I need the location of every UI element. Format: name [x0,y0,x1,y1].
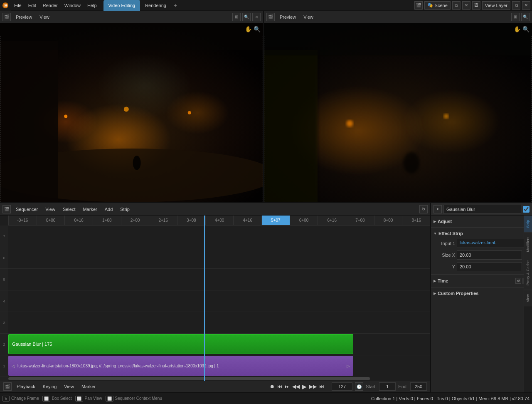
playback-skip-end-btn[interactable]: ⏭ [319,384,324,389]
status-change-frame: 🖱 Change Frame [2,396,39,402]
menu-help[interactable]: Help [84,0,100,11]
preview-left-size-icon[interactable]: ⊞ [232,13,241,21]
custom-props-section-header[interactable]: ▶ Custom Properties [431,289,530,297]
preview-left-expand-icon[interactable]: ◁ [252,13,261,21]
svg-point-12 [124,107,129,112]
time-lock-icon[interactable]: ↺ [515,278,521,284]
playback-dot-btn[interactable]: ⏺ [270,384,275,389]
seq-refresh-icon[interactable]: ↻ [419,205,428,213]
view-layer-selector[interactable]: View Layer [482,1,510,10]
preview-left-view-label[interactable]: View [37,12,52,22]
input1-value[interactable]: lukas-walzer-final... [457,239,527,248]
menu-window[interactable]: Window [61,0,84,11]
view-layer-copy-icon[interactable]: ⧉ [512,1,520,10]
pan-view-key[interactable]: ⬜ [75,396,83,402]
sequencer-header: 🎬 Sequencer View Select Marker Add Strip… [0,203,430,216]
sequencer-type-label[interactable]: Sequencer [13,204,40,215]
strip-visibility-checkbox[interactable] [523,206,530,213]
playback-view-label[interactable]: View [62,381,76,392]
change-frame-key[interactable]: 🖱 [2,396,10,402]
playback-jump-back-btn[interactable]: ⏭ [285,384,290,389]
preview-right-hand-icon[interactable]: ✋ [514,26,521,32]
scene-close-icon[interactable]: ✕ [462,1,470,10]
divider-2 [431,274,530,275]
playback-step-back-btn[interactable]: ◀◀ [292,384,300,389]
main-area: 🎬 Preview View ⊞ 🔍 ◁ [0,11,532,392]
preview-left-type-label[interactable]: Preview [13,12,34,22]
preview-right-zoom-icon[interactable]: 🔍 [521,13,530,21]
preview-left-type-icon[interactable]: 🎬 [2,13,11,21]
scene-copy-icon[interactable]: ⧉ [452,1,461,10]
playback-type-icon[interactable]: 🎬 [3,382,12,391]
gaussian-blur-strip-label: Gaussian Blur | 175 [12,342,52,347]
clock-icon[interactable]: 🕐 [355,382,363,391]
scroll-thumb[interactable] [8,377,370,380]
playback-bar: 🎬 Playback Keying View Marker ⏺ ⏮ ⏭ ◀◀ ▶… [0,381,430,392]
adjust-section-header[interactable]: ▶ Adjust [431,217,530,226]
preview-right-header: 🎬 Preview View ⊞ 🔍 [264,11,532,23]
effect-strip-section-header[interactable]: ▼ Effect Strip [431,229,530,238]
preview-hand-icon[interactable]: ✋ [245,26,252,32]
scene-selector[interactable]: 🎭 Scene [424,1,451,10]
preview-zoom-icon[interactable]: 🔍 [254,26,261,32]
vtab-proxy-cache[interactable]: Proxy & Cache [524,256,532,290]
seq-menu-strip[interactable]: Strip [118,204,132,215]
playback-skip-start-btn[interactable]: ⏮ [277,384,282,389]
timeline-scrollbar[interactable] [8,376,430,381]
keying-label[interactable]: Keying [40,381,59,392]
vtab-modifiers[interactable]: Modifiers [524,232,532,256]
seq-menu-marker[interactable]: Marker [80,204,99,215]
gaussian-blur-strip[interactable]: Gaussian Blur | 175 [8,334,353,354]
blender-logo[interactable] [0,0,11,11]
playback-label[interactable]: Playback [14,381,38,392]
size-y-value[interactable]: 20.00 [457,262,522,271]
preview-right-view-label[interactable]: View [301,12,316,22]
view-layer-type-icon[interactable]: 🖼 [472,1,480,10]
preview-right-type-label[interactable]: Preview [277,12,298,22]
menu-file[interactable]: File [11,0,25,11]
scene-type-icon[interactable]: 🎬 [414,1,423,10]
preview-scene-left [0,23,263,202]
sequencer-type-icon[interactable]: 🎬 [2,205,11,213]
size-x-value[interactable]: 20.00 [457,250,522,260]
top-right-controls: 🎬 🎭 Scene ⧉ ✕ 🖼 View Layer ⧉ ✕ [414,1,532,10]
seq-menu-select[interactable]: Select [60,204,78,215]
add-workspace-button[interactable]: + [171,2,180,9]
vtab-strip[interactable]: Strip [524,216,532,232]
ruler-marks: -0+16 0+00 0+16 1+08 2+00 2+16 3+08 4+00… [8,216,430,225]
size-y-row: Y 20.00 [431,261,530,273]
start-frame-input[interactable] [379,382,396,391]
preview-left-zoom-icon[interactable]: 🔍 [242,13,251,21]
size-y-label: Y [434,264,455,269]
context-menu-key[interactable]: ⬜ [106,396,113,402]
seq-menu-view[interactable]: View [43,204,58,215]
seq-menu-add[interactable]: Add [102,204,116,215]
svg-rect-9 [0,41,58,202]
frame-input[interactable] [332,382,352,391]
time-section-header[interactable]: ▶ Time ↺ ⧉ [431,276,530,285]
view-layer-close-icon[interactable]: ✕ [522,1,530,10]
vtab-view[interactable]: View [524,290,532,306]
strip-name-input[interactable] [443,205,521,214]
box-select-key[interactable]: ⬜ [42,396,50,402]
playback-step-fwd-btn[interactable]: ▶▶ [309,384,317,389]
preview-right-size-icon[interactable]: ⊞ [511,13,520,21]
preview-right-type-icon[interactable]: 🎬 [266,13,275,21]
playback-marker-label[interactable]: Marker [79,381,98,392]
panel-pin-icon[interactable]: ✦ [433,205,442,213]
strip-arrow-left: ◁ [12,364,15,368]
workspace-tab-rendering[interactable]: Rendering [140,0,171,11]
playback-play-btn[interactable]: ▶ [302,383,307,390]
menu-edit[interactable]: Edit [25,0,39,11]
timeline-content: -0+16 0+00 0+16 1+08 2+00 2+16 3+08 4+00… [8,216,430,381]
divider-3 [431,287,530,288]
right-panel: ✦ ▶ Adjust ▼ Effect Strip [430,203,532,392]
input1-row: Input 1 lukas-walzer-final... [431,238,530,249]
end-frame-input[interactable] [410,382,427,391]
menu-render[interactable]: Render [39,0,61,11]
workspace-tab-video-editing[interactable]: Video Editing [103,0,140,11]
image-strip[interactable]: ◁ lukas-walzer-final-artstation-1800x103… [8,356,353,376]
preview-right-zoom-icon-btn[interactable]: 🔍 [522,26,530,32]
ruler-mark-14: 8+16 [402,216,430,225]
preview-left-image: ✋ 🔍 [0,23,263,202]
